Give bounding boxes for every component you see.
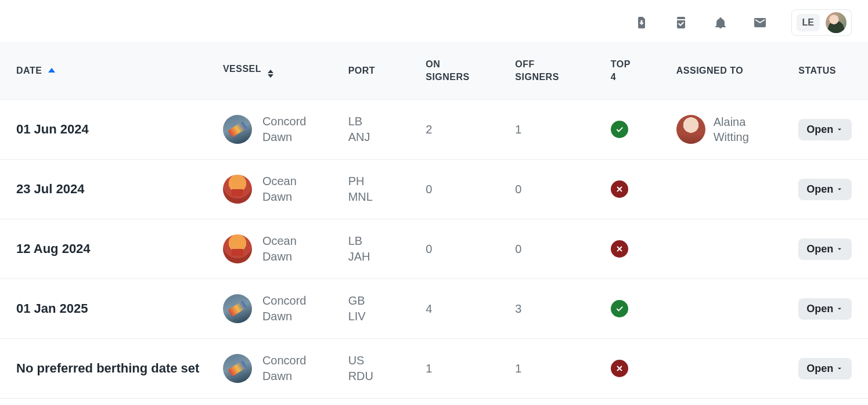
table-row[interactable]: No preferred berthing date setConcordDaw… bbox=[0, 339, 868, 399]
col-header-date-label: DATE bbox=[16, 66, 42, 75]
col-header-date[interactable]: DATE bbox=[0, 42, 215, 100]
col-header-off-l2: SIGNERS bbox=[515, 72, 559, 82]
col-header-on-l1: ON bbox=[426, 59, 440, 69]
chevron-down-icon bbox=[835, 245, 844, 253]
vessel-avatar bbox=[223, 234, 252, 263]
vessel-name: ConcordDawn bbox=[262, 293, 307, 324]
vessel-cell: ConcordDawn bbox=[223, 353, 332, 384]
date-cell: 01 Jun 2024 bbox=[16, 122, 89, 136]
off-signers-cell: 0 bbox=[507, 160, 602, 219]
off-signers-cell: 3 bbox=[507, 279, 602, 339]
date-cell: No preferred berthing date set bbox=[16, 361, 199, 375]
on-signers-cell: 0 bbox=[417, 160, 507, 219]
col-header-vessel[interactable]: VESSEL bbox=[215, 42, 340, 100]
off-signers-cell: 1 bbox=[507, 100, 602, 160]
col-header-port[interactable]: PORT bbox=[340, 42, 418, 100]
vessel-avatar bbox=[223, 175, 252, 204]
sort-both-icon bbox=[268, 70, 273, 78]
port-cell: LBANJ bbox=[348, 114, 410, 145]
on-signers-cell: 0 bbox=[417, 219, 507, 279]
vessel-name: ConcordDawn bbox=[262, 114, 307, 145]
status-label: Open bbox=[806, 303, 833, 315]
table-row[interactable]: 01 Jan 2025ConcordDawnGBLIV43Open bbox=[0, 279, 868, 339]
status-dropdown[interactable]: Open bbox=[798, 298, 852, 320]
check-circle-icon bbox=[611, 300, 628, 317]
col-header-assigned-label: ASSIGNED TO bbox=[676, 66, 743, 75]
status-dropdown[interactable]: Open bbox=[798, 119, 852, 140]
table-header-row: DATE VESSEL PORT ON SIGNERS OFF SIGNERS bbox=[0, 42, 868, 100]
on-signers-cell: 2 bbox=[417, 100, 507, 160]
vessel-name: OceanDawn bbox=[262, 173, 297, 205]
vessel-name: OceanDawn bbox=[262, 233, 297, 265]
date-cell: 01 Jan 2025 bbox=[16, 301, 88, 316]
x-circle-icon bbox=[611, 180, 628, 198]
status-dropdown[interactable]: Open bbox=[798, 238, 852, 260]
col-header-top4-l1: TOP bbox=[611, 59, 631, 69]
vessel-cell: OceanDawn bbox=[223, 173, 332, 205]
status-dropdown[interactable]: Open bbox=[798, 358, 852, 379]
x-circle-icon bbox=[611, 240, 628, 258]
on-signers-cell: 1 bbox=[417, 339, 507, 399]
download-icon[interactable] bbox=[633, 15, 650, 31]
port-cell: GBLIV bbox=[348, 293, 410, 324]
assignee-avatar bbox=[676, 115, 705, 144]
x-circle-icon bbox=[611, 360, 628, 377]
chevron-down-icon bbox=[835, 305, 844, 313]
vessel-cell: ConcordDawn bbox=[223, 114, 332, 145]
off-signers-cell: 1 bbox=[507, 339, 602, 399]
col-header-port-label: PORT bbox=[348, 66, 375, 75]
port-cell: PHMNL bbox=[348, 173, 410, 205]
off-signers-cell: 0 bbox=[507, 219, 602, 279]
sort-asc-icon bbox=[48, 68, 55, 73]
status-label: Open bbox=[806, 243, 833, 255]
col-header-status[interactable]: STATUS bbox=[790, 42, 868, 100]
col-header-status-label: STATUS bbox=[798, 66, 836, 75]
user-avatar bbox=[826, 12, 847, 33]
topbar: LE bbox=[0, 0, 868, 42]
chevron-down-icon bbox=[835, 364, 844, 373]
assignee-cell: AlainaWitting bbox=[676, 114, 783, 144]
table-row[interactable]: 01 Jun 2024ConcordDawnLBANJ21AlainaWitti… bbox=[0, 100, 868, 160]
checklist-icon[interactable] bbox=[673, 15, 689, 31]
col-header-vessel-label: VESSEL bbox=[223, 64, 261, 74]
vessel-cell: ConcordDawn bbox=[223, 293, 332, 324]
status-label: Open bbox=[806, 363, 833, 375]
check-circle-icon bbox=[611, 121, 628, 138]
assignee-name: AlainaWitting bbox=[714, 114, 749, 144]
status-label: Open bbox=[806, 124, 833, 136]
col-header-top4-l2: 4 bbox=[611, 72, 616, 82]
mail-icon[interactable] bbox=[752, 15, 768, 31]
date-cell: 23 Jul 2024 bbox=[16, 182, 84, 196]
col-header-off-l1: OFF bbox=[515, 59, 535, 69]
chevron-down-icon bbox=[835, 185, 844, 193]
user-menu[interactable]: LE bbox=[791, 9, 852, 36]
vessel-avatar bbox=[223, 294, 252, 323]
vessel-avatar bbox=[223, 115, 252, 144]
vessel-cell: OceanDawn bbox=[223, 233, 332, 265]
table-row[interactable]: 12 Aug 2024OceanDawnLBJAH00Open bbox=[0, 219, 868, 279]
col-header-off-signers[interactable]: OFF SIGNERS bbox=[507, 42, 602, 100]
vessel-name: ConcordDawn bbox=[262, 353, 307, 384]
table-row[interactable]: 23 Jul 2024OceanDawnPHMNL00Open bbox=[0, 160, 868, 219]
user-initials: LE bbox=[797, 14, 820, 31]
port-cell: USRDU bbox=[348, 353, 410, 384]
status-dropdown[interactable]: Open bbox=[798, 179, 852, 200]
port-cell: LBJAH bbox=[348, 233, 410, 265]
date-cell: 12 Aug 2024 bbox=[16, 241, 91, 256]
col-header-on-l2: SIGNERS bbox=[426, 72, 470, 82]
on-signers-cell: 4 bbox=[417, 279, 507, 339]
status-label: Open bbox=[806, 183, 833, 196]
bell-icon[interactable] bbox=[712, 15, 729, 31]
col-header-top4[interactable]: TOP 4 bbox=[603, 42, 668, 100]
crew-change-table: DATE VESSEL PORT ON SIGNERS OFF SIGNERS bbox=[0, 42, 868, 399]
col-header-on-signers[interactable]: ON SIGNERS bbox=[417, 42, 507, 100]
chevron-down-icon bbox=[835, 125, 844, 133]
col-header-assigned[interactable]: ASSIGNED TO bbox=[668, 42, 791, 100]
vessel-avatar bbox=[223, 354, 252, 383]
